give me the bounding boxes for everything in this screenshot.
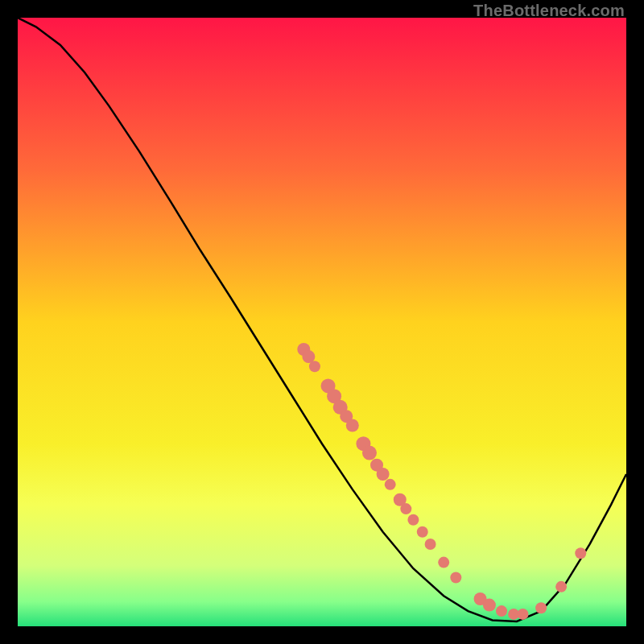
scatter-point — [346, 419, 359, 432]
scatter-point — [483, 599, 496, 612]
scatter-point — [385, 479, 396, 490]
scatter-point — [438, 557, 449, 568]
scatter-point — [362, 446, 377, 460]
chart-background — [18, 18, 626, 626]
scatter-point — [400, 503, 411, 514]
scatter-point — [417, 526, 428, 538]
scatter-point — [425, 539, 436, 550]
scatter-point — [309, 361, 320, 372]
chart-frame: TheBottleneck.com — [0, 0, 644, 644]
chart-plot — [18, 18, 626, 626]
scatter-point — [517, 609, 528, 620]
scatter-point — [555, 581, 567, 592]
scatter-point — [407, 514, 419, 526]
scatter-point — [450, 572, 461, 584]
scatter-point — [377, 468, 390, 481]
scatter-point — [575, 547, 586, 559]
scatter-point — [535, 602, 547, 613]
scatter-point — [496, 605, 507, 617]
